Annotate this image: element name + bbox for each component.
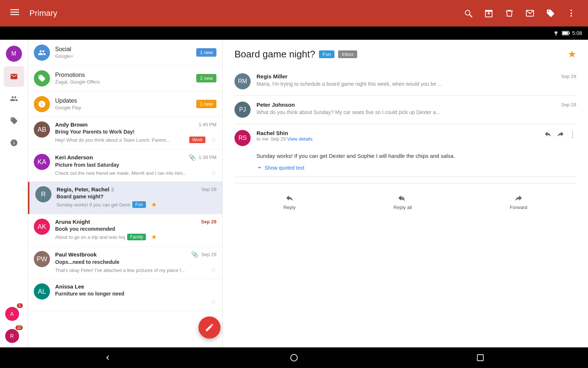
time-aruna: Sep 29 [201, 219, 216, 224]
reply-button[interactable]: Reply [275, 191, 304, 213]
search-button[interactable] [462, 7, 475, 20]
thread-date-peter: Sep 29 [561, 102, 576, 107]
view-details-link[interactable]: View details [287, 136, 312, 142]
toolbar-title: Primary [29, 8, 238, 18]
message-sender-rachel: Rachel Shin [257, 130, 538, 136]
user-avatar[interactable]: M [6, 46, 22, 62]
email-row-paul[interactable]: PW Paul Westbrook 📎 Sep 29 Oops...need t… [28, 247, 222, 279]
reply-all-button[interactable]: Reply all [385, 191, 421, 213]
svg-rect-13 [477, 355, 483, 361]
compose-fab[interactable] [198, 316, 220, 339]
bottom-nav [0, 347, 588, 368]
thread-content-regis: Regis Miller Sep 29 Maria, I'm trying to… [257, 73, 576, 87]
delete-button[interactable] [503, 7, 516, 20]
home-button[interactable] [287, 351, 301, 364]
svg-rect-11 [569, 32, 570, 34]
account-avatar-2[interactable]: R 10 [5, 325, 23, 343]
sender-aruna: Aruna Knight [55, 219, 90, 225]
detail-tag-inbox[interactable]: Inbox [338, 50, 357, 58]
back-button[interactable] [101, 351, 114, 364]
main-area: M A 5 [0, 40, 588, 347]
message-date-rachel: Sep 29 View details [271, 136, 313, 142]
show-quoted-text[interactable]: Show quoted text [234, 165, 576, 171]
svg-rect-10 [562, 32, 568, 35]
sender-keri: Keri Anderson [55, 154, 93, 160]
detail-star[interactable]: ★ [568, 49, 576, 60]
updates-text: Updates Google Play [55, 98, 196, 110]
avatar-anissa: AL [34, 283, 50, 300]
social-sub: Google+ [55, 53, 196, 59]
sidebar-item-inbox[interactable] [4, 66, 24, 87]
svg-point-12 [291, 354, 297, 361]
sidebar-item-people[interactable] [4, 88, 24, 109]
sidebar-item-info[interactable] [4, 132, 24, 153]
forward-button[interactable]: Forward [501, 191, 536, 213]
avatar-keri: KA [34, 154, 50, 170]
category-social[interactable]: Social Google+ 1 new [28, 40, 222, 66]
star-aruna[interactable]: ★ [151, 233, 157, 241]
attachment-keri: 📎 [189, 154, 196, 161]
email-detail-panel: Board game night? Fun Inbox ★ RM Regis M… [223, 40, 588, 347]
promotions-text: Promotions Zagat, Google Offers [55, 72, 196, 85]
svg-point-8 [555, 35, 556, 36]
subject-regis: Board game night? [57, 194, 216, 199]
thread-preview-peter: What do you think about Sunday? My car s… [257, 109, 576, 115]
thread-avatar-peter: PJ [234, 102, 251, 118]
sender-anissa: Anissa Lee [55, 283, 84, 290]
promotions-badge: 2 new [196, 74, 216, 82]
email-row-aruna[interactable]: AK Aruna Knight Sep 29 Book you recommen… [28, 214, 222, 247]
svg-rect-2 [10, 14, 19, 15]
email-row-andy[interactable]: AB Andy Brown 1:45 PM Bring Your Parents… [28, 117, 222, 149]
message-meta-rachel: Rachel Shin to me Sep 29 View details [257, 130, 538, 142]
reply-icon-small[interactable] [544, 130, 552, 140]
category-updates[interactable]: Updates Google Play 1 new [28, 91, 222, 117]
detail-tag-fun[interactable]: Fun [319, 50, 334, 58]
archive-button[interactable] [482, 7, 495, 20]
sidebar-item-labels[interactable] [4, 110, 24, 131]
social-icon [34, 45, 50, 61]
email-row-regis-peter-rachel[interactable]: R Regis, Peter, Rachel 3 Sep 29 Board ga… [28, 182, 222, 214]
sidebar: M A 5 [0, 40, 28, 347]
attachment-paul: 📎 [191, 251, 198, 258]
promotions-sub: Zagat, Google Offers [55, 79, 196, 85]
thread-peter[interactable]: PJ Peter Johnson Sep 29 What do you thin… [234, 96, 576, 124]
thread-preview-regis: Maria, I'm trying to schedule a board ga… [257, 81, 576, 87]
detail-title: Board game night? Fun Inbox ★ [234, 49, 576, 60]
thread-avatar-regis: RM [234, 73, 251, 89]
star-andy[interactable]: ☆ [211, 136, 216, 144]
email-row-anissa[interactable]: AL Anissa Lee Furniture we no longer nee… [28, 279, 222, 311]
thread-date-regis: Sep 29 [561, 74, 576, 79]
promotions-name: Promotions [55, 72, 196, 78]
star-regis[interactable]: ★ [151, 201, 157, 209]
preview-aruna: About to go on a trip and was hoping to … [55, 234, 125, 240]
more-icon-message[interactable]: ⋮ [569, 130, 576, 140]
reply-bar: Reply Reply all Forward [234, 183, 576, 220]
updates-name: Updates [55, 98, 196, 104]
tag-andy: Work [189, 137, 205, 143]
menu-button[interactable] [7, 5, 22, 22]
preview-keri: Check out the new friend we made, Merril… [55, 170, 205, 176]
forward-icon-small[interactable] [556, 130, 564, 140]
label-button[interactable] [544, 7, 557, 20]
category-promotions[interactable]: Promotions Zagat, Google Offers 2 new [28, 66, 222, 91]
sender-paul: Paul Westbrook [55, 251, 97, 258]
svg-point-7 [548, 11, 549, 12]
message-to-rachel: to me [257, 136, 269, 142]
account-avatar-1[interactable]: A 5 [5, 303, 23, 321]
avatar-regis-group: R [35, 186, 51, 202]
thread-regis[interactable]: RM Regis Miller Sep 29 Maria, I'm trying… [234, 67, 576, 96]
mail-button[interactable] [523, 7, 537, 20]
email-content-paul: Paul Westbrook 📎 Sep 29 Oops...need to r… [55, 251, 216, 274]
tag-aruna: Family [127, 234, 146, 240]
recents-button[interactable] [474, 351, 487, 364]
svg-rect-1 [10, 12, 19, 13]
avatar-aruna: AK [34, 219, 50, 235]
more-button[interactable]: ⋮ [564, 7, 578, 20]
email-row-keri[interactable]: KA Keri Anderson 📎 1:39 PM Picture from … [28, 149, 222, 182]
star-paul[interactable]: ☆ [211, 266, 216, 274]
updates-sub: Google Play [55, 105, 196, 110]
message-actions: ⋮ [544, 130, 576, 140]
star-anissa[interactable]: ☆ [211, 298, 216, 306]
svg-line-4 [470, 15, 472, 17]
star-keri[interactable]: ☆ [211, 169, 216, 177]
